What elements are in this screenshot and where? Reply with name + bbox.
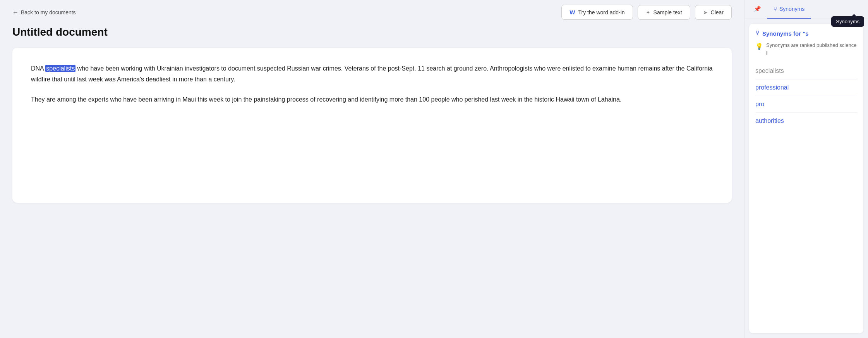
clear-button[interactable]: ➤ Clear	[695, 5, 732, 20]
synonyms-header: ⑂ Synonyms for "s	[755, 30, 857, 37]
synonym-word-professional: professional	[755, 84, 789, 91]
synonyms-panel: ⑂ Synonyms for "s 💡 Synonyms are ranked …	[749, 24, 863, 333]
synonyms-info: 💡 Synonyms are ranked published science …	[755, 41, 857, 57]
sample-text-label: Sample text	[654, 9, 682, 16]
tab-synonyms[interactable]: ⑂ Synonyms	[767, 0, 811, 19]
bulb-icon: 💡	[755, 42, 763, 51]
synonyms-info-text: Synonyms are ranked published science li	[766, 41, 857, 57]
main-area: ← Back to my documents W Try the word ad…	[0, 0, 744, 338]
tooltip-label: Synonyms	[836, 19, 859, 24]
word-addin-label: Try the word add-in	[578, 9, 625, 16]
synonym-word-authorities: authorities	[755, 117, 784, 124]
synonym-item-professional[interactable]: professional	[755, 79, 857, 96]
word-icon: W	[570, 9, 575, 16]
highlighted-word: specialists	[45, 65, 75, 72]
paragraph-2: They are among the experts who have been…	[31, 94, 713, 105]
doc-title: Untitled document	[12, 23, 732, 38]
back-link-label: Back to my documents	[21, 9, 76, 16]
synonyms-for-label: Synonyms for "s	[762, 30, 809, 37]
send-icon: ➤	[703, 9, 708, 16]
synonyms-tab-icon: ⑂	[774, 6, 777, 12]
paragraph-1: DNA specialists who have been working wi…	[31, 63, 713, 85]
pin-tab-icon: 📌	[754, 5, 761, 12]
sample-text-button[interactable]: ✦ Sample text	[638, 5, 690, 20]
toolbar-buttons: W Try the word add-in ✦ Sample text ➤ Cl…	[561, 5, 732, 20]
tooltip-bubble: Synonyms	[831, 16, 864, 27]
doc-wrapper: Untitled document DNA specialists who ha…	[0, 23, 744, 338]
paragraph1-after: who have been working with Ukrainian inv…	[31, 65, 712, 83]
clear-label: Clear	[711, 9, 724, 16]
back-link[interactable]: ← Back to my documents	[12, 9, 76, 16]
star-icon: ✦	[646, 9, 650, 16]
tab-pin[interactable]: 📌	[748, 0, 767, 19]
synonym-word-specialists: specialists	[755, 67, 784, 74]
top-bar: ← Back to my documents W Try the word ad…	[0, 0, 744, 23]
sidebar: 📌 ⑂ Synonyms Synonyms ⑂ Synonyms for "s …	[744, 0, 868, 338]
synonym-item-specialists[interactable]: specialists	[755, 63, 857, 79]
doc-card: DNA specialists who have been working wi…	[12, 48, 732, 203]
synonym-item-authorities[interactable]: authorities	[755, 113, 857, 129]
synonyms-tab-label: Synonyms	[779, 6, 805, 12]
synonym-item-pro[interactable]: pro	[755, 96, 857, 113]
synonyms-header-icon: ⑂	[755, 30, 759, 37]
back-arrow-icon: ←	[12, 9, 19, 16]
paragraph1-before: DNA	[31, 65, 45, 72]
synonym-word-pro: pro	[755, 101, 764, 107]
word-addin-button[interactable]: W Try the word add-in	[561, 5, 633, 20]
